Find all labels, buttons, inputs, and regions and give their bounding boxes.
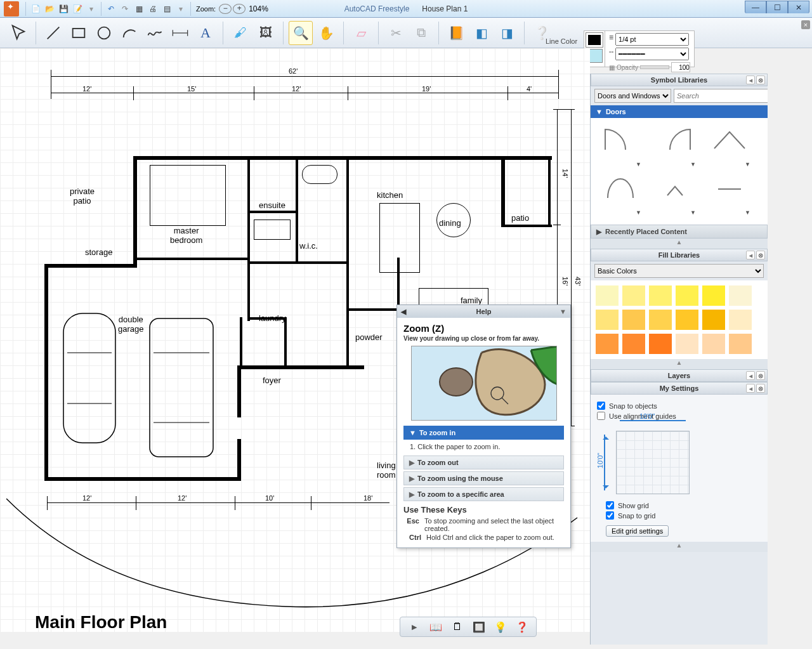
line-tool-icon[interactable] xyxy=(41,21,65,45)
color-swatch[interactable] xyxy=(649,285,672,306)
align-guides-checkbox[interactable]: Use alignment guides xyxy=(597,412,761,420)
symbol-door[interactable]: ▼ xyxy=(648,171,702,220)
edit-grid-button[interactable]: Edit grid settings xyxy=(606,525,669,537)
my-settings-header[interactable]: My Settings ◂⊗ xyxy=(591,382,768,395)
pan-tool-icon[interactable]: ✋ xyxy=(314,21,338,45)
open-file-icon[interactable]: 📂 xyxy=(43,3,56,15)
collapse-up-icon[interactable]: ▲ xyxy=(591,542,768,552)
color-swatch[interactable] xyxy=(676,285,698,306)
select-tool-icon[interactable] xyxy=(6,21,30,45)
minimize-button[interactable]: — xyxy=(745,1,766,13)
zoom-out-icon[interactable]: − xyxy=(219,4,232,14)
color-swatch[interactable] xyxy=(649,310,672,330)
save-icon[interactable]: 💾 xyxy=(57,3,70,15)
redo-icon[interactable]: ↷ xyxy=(119,3,131,15)
symbol-door[interactable]: ▼ xyxy=(702,171,757,220)
color-swatch[interactable] xyxy=(596,334,619,354)
circle-tool-icon[interactable] xyxy=(92,21,116,45)
cut-tool-icon[interactable]: ✂ xyxy=(384,21,408,45)
question-icon[interactable]: ❓ xyxy=(513,619,531,634)
help-sec-zoom-mouse[interactable]: ▶To zoom using the mouse xyxy=(403,471,564,485)
dimension-tool-icon[interactable] xyxy=(168,21,192,45)
recent-content-header[interactable]: ▶Recently Placed Content xyxy=(591,225,768,239)
image-tool-icon[interactable]: 🖼 xyxy=(254,21,278,45)
eraser-tool-icon[interactable]: ▱ xyxy=(349,21,373,45)
color-swatch[interactable] xyxy=(676,310,698,330)
text-tool-icon[interactable]: A xyxy=(193,21,218,45)
show-grid-checkbox[interactable]: Show grid xyxy=(606,501,669,509)
copy-tool-icon[interactable]: ⧉ xyxy=(409,21,433,45)
freehand-tool-icon[interactable] xyxy=(143,21,167,45)
opacity-slider[interactable] xyxy=(640,65,669,69)
maximize-button[interactable]: ☐ xyxy=(766,1,788,13)
components-icon[interactable]: 🔲 xyxy=(470,619,488,634)
symbol-door[interactable]: ▼ xyxy=(593,123,648,171)
color-swatch[interactable] xyxy=(702,310,725,330)
color-swatch[interactable] xyxy=(622,334,645,354)
symbol-door[interactable]: ▼ xyxy=(648,123,702,171)
collapse-up-icon[interactable]: ▲ xyxy=(591,239,768,249)
opacity-label: Opacity xyxy=(617,64,638,71)
help-sec-zoom-area[interactable]: ▶To zoom to a specific area xyxy=(403,487,564,501)
color-swatch[interactable] xyxy=(622,285,645,306)
print-icon[interactable]: 🖨 xyxy=(147,3,159,15)
symbol-libraries-header[interactable]: Symbol Libraries ◂⊗ xyxy=(591,74,768,86)
search-input[interactable] xyxy=(674,89,768,103)
symbol-door[interactable]: ▼ xyxy=(702,123,757,171)
line-color-swatch[interactable] xyxy=(586,33,603,47)
help-sec-zoom-out[interactable]: ▶To zoom out xyxy=(403,456,564,469)
color-swatch[interactable] xyxy=(729,310,752,330)
color-swatch[interactable] xyxy=(702,285,725,306)
symbol-door[interactable]: ▼ xyxy=(593,171,648,220)
color-swatch[interactable] xyxy=(596,310,619,330)
bottom-toolbar: ▶ 📖 🗒 🔲 💡 ❓ xyxy=(400,617,537,637)
layers-header[interactable]: Layers ◂⊗ xyxy=(591,369,768,382)
notes-icon[interactable]: 🗒 xyxy=(449,619,466,634)
paint-tool-icon[interactable]: 🖌 xyxy=(228,21,252,45)
chevron-left-icon: ◀ xyxy=(401,308,406,316)
new-file-icon[interactable]: 📄 xyxy=(29,3,42,15)
snap-objects-checkbox[interactable]: Snap to objects xyxy=(597,402,761,410)
grid-preview: 10'0" 10'0" xyxy=(616,431,690,494)
recent-icon[interactable]: ▤ xyxy=(160,3,173,15)
rect-tool-icon[interactable] xyxy=(67,21,91,45)
bring-front-icon[interactable]: ◧ xyxy=(469,21,494,45)
color-swatch[interactable] xyxy=(622,310,645,330)
color-swatch[interactable] xyxy=(649,334,672,354)
line-weight-select[interactable]: 1/4 pt xyxy=(615,33,689,46)
color-swatch[interactable] xyxy=(702,334,725,354)
edit-icon[interactable]: 📝 xyxy=(71,3,84,15)
zoom-value: 104% xyxy=(249,4,268,13)
category-doors[interactable]: ▼Doors xyxy=(591,105,768,118)
props-icon[interactable]: ▦ xyxy=(133,3,145,15)
bulb-icon[interactable]: 💡 xyxy=(492,619,509,634)
opacity-input[interactable] xyxy=(671,62,690,72)
fill-libraries-header[interactable]: Fill Libraries ◂⊗ xyxy=(591,249,768,261)
collapse-up-icon[interactable]: ▲ xyxy=(591,359,768,369)
color-swatch[interactable] xyxy=(676,334,698,354)
prev-icon: ◂ xyxy=(746,75,755,84)
zoom-tool-icon[interactable]: 🔍 xyxy=(289,21,313,45)
help-panel-header[interactable]: ◀ Help ▼ xyxy=(397,305,570,318)
color-swatch[interactable] xyxy=(729,285,752,306)
fill-lib-select[interactable]: Basic Colors xyxy=(594,264,764,278)
help-preview xyxy=(411,346,557,421)
flip-icon[interactable]: 📙 xyxy=(444,21,468,45)
lineweight-icon: ≡ xyxy=(609,33,613,46)
zoom-in-icon[interactable]: + xyxy=(233,4,246,14)
panel-close-icon[interactable]: × xyxy=(801,20,810,29)
send-back-icon[interactable]: ◨ xyxy=(495,21,519,45)
app-icon xyxy=(4,1,19,16)
color-swatch[interactable] xyxy=(729,334,752,354)
line-style-select[interactable]: ━━━━━━ xyxy=(615,48,689,60)
arc-tool-icon[interactable] xyxy=(117,21,141,45)
color-swatch[interactable] xyxy=(596,285,619,306)
snap-grid-checkbox[interactable]: Snap to grid xyxy=(606,511,669,520)
play-icon[interactable]: ▶ xyxy=(405,619,423,634)
close-button[interactable]: ✕ xyxy=(788,1,809,13)
undo-icon[interactable]: ↶ xyxy=(105,3,117,15)
library-select[interactable]: Doors and Windows xyxy=(594,89,671,103)
help-sec-zoom-in[interactable]: ▼To zoom in xyxy=(403,426,564,440)
svg-point-13 xyxy=(440,368,473,396)
book-icon[interactable]: 📖 xyxy=(427,619,445,634)
